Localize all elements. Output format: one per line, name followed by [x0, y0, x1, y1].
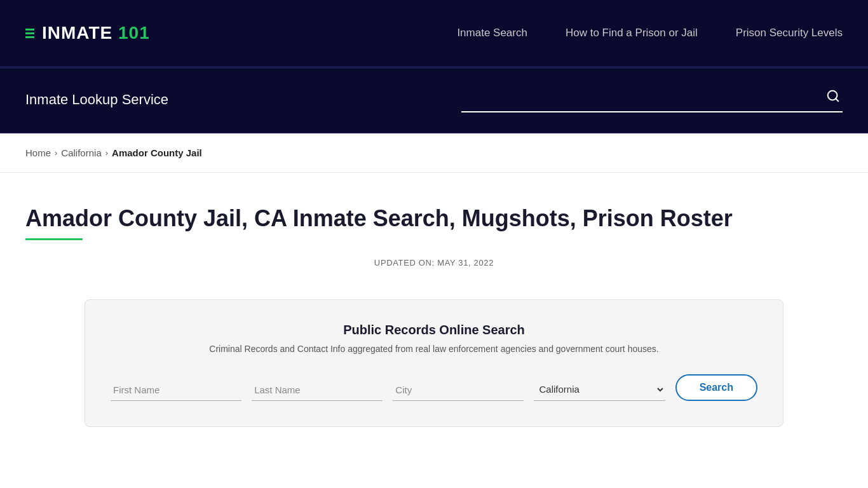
last-name-field: [252, 379, 383, 401]
logo-bars-icon: [25, 29, 34, 38]
main-content: Amador County Jail, CA Inmate Search, Mu…: [0, 173, 868, 452]
nav-links: Inmate Search How to Find a Prison or Ja…: [457, 27, 843, 39]
updated-date: UPDATED ON: MAY 31, 2022: [25, 258, 843, 268]
state-select[interactable]: California Alabama Alaska Arizona Arkans…: [534, 378, 665, 401]
page-title: Amador County Jail, CA Inmate Search, Mu…: [25, 205, 843, 232]
public-records-search-button[interactable]: Search: [675, 374, 757, 401]
global-search-input[interactable]: [461, 90, 824, 106]
nav-find-prison[interactable]: How to Find a Prison or Jail: [566, 27, 698, 39]
global-search-wrap: [461, 86, 843, 112]
chevron-right-icon: ›: [55, 148, 57, 158]
chevron-right-icon: ›: [105, 148, 108, 158]
logo-link[interactable]: INMATE 101: [25, 23, 150, 43]
first-name-input[interactable]: [111, 379, 241, 401]
breadcrumb-current: Amador County Jail: [112, 147, 202, 158]
logo-text: INMATE 101: [42, 23, 150, 43]
svg-line-1: [836, 98, 838, 101]
public-records-description: Criminal Records and Contact Info aggreg…: [111, 344, 757, 354]
last-name-input[interactable]: [252, 379, 383, 401]
nav-inmate-search[interactable]: Inmate Search: [457, 27, 527, 39]
first-name-field: [111, 379, 241, 401]
nav-security-levels[interactable]: Prison Security Levels: [736, 27, 843, 39]
top-navigation: INMATE 101 Inmate Search How to Find a P…: [0, 0, 868, 69]
global-search-button[interactable]: [824, 86, 843, 109]
search-bar-section: Inmate Lookup Service: [0, 69, 868, 133]
breadcrumb-section: Home › California › Amador County Jail: [0, 133, 868, 173]
breadcrumb: Home › California › Amador County Jail: [25, 147, 843, 158]
title-underline: [25, 238, 83, 240]
public-records-title: Public Records Online Search: [111, 323, 757, 337]
city-input[interactable]: [393, 379, 524, 401]
state-field: California Alabama Alaska Arizona Arkans…: [534, 378, 665, 401]
breadcrumb-home[interactable]: Home: [25, 147, 51, 158]
public-records-card: Public Records Online Search Criminal Re…: [85, 299, 783, 427]
breadcrumb-state[interactable]: California: [61, 147, 101, 158]
search-icon: [826, 89, 840, 103]
search-section-title: Inmate Lookup Service: [25, 92, 168, 108]
public-records-form: California Alabama Alaska Arizona Arkans…: [111, 374, 757, 401]
city-field: [393, 379, 524, 401]
